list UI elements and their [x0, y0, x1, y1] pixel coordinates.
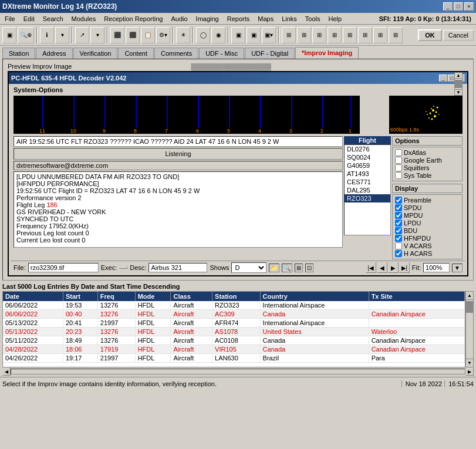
- flight-item-rzo323[interactable]: RZO323: [345, 194, 390, 202]
- toolbar-btn-7[interactable]: ⬛: [110, 27, 124, 43]
- toolbar-btn-6[interactable]: ▾: [90, 27, 104, 43]
- fit-dropdown-btn[interactable]: ▼: [452, 264, 463, 272]
- toolbar-btn-18[interactable]: ⊞: [297, 27, 311, 43]
- toolbar-btn-5[interactable]: ↗: [75, 27, 89, 43]
- menu-modules[interactable]: Modules: [68, 14, 100, 23]
- toolbar-btn-13[interactable]: ◉: [211, 27, 225, 43]
- option-google-earth-checkbox[interactable]: [395, 157, 402, 164]
- toolbar-btn-12[interactable]: ◯: [196, 27, 210, 43]
- flight-item-dl0276[interactable]: DL0276: [345, 145, 390, 153]
- tab-content[interactable]: Content: [118, 48, 154, 59]
- display-mpdu-checkbox[interactable]: [395, 212, 402, 219]
- maximize-btn[interactable]: □: [454, 2, 463, 11]
- toolbar-btn-8[interactable]: ⬛: [126, 27, 140, 43]
- log-scroll-down[interactable]: ▼: [466, 359, 473, 367]
- fit-input[interactable]: [423, 263, 450, 272]
- shows-icon-btn-2[interactable]: 🔍: [282, 264, 292, 272]
- menu-audio[interactable]: Audio: [167, 14, 191, 23]
- shows-dropdown[interactable]: D: [231, 262, 266, 273]
- display-preamble-checkbox[interactable]: [395, 197, 402, 204]
- toolbar-btn-15[interactable]: ▣: [247, 27, 261, 43]
- toolbar-btn-23[interactable]: ⊞: [373, 27, 387, 43]
- tab-udf-misc[interactable]: UDF - Misc: [199, 48, 244, 59]
- display-bdu-checkbox[interactable]: [395, 227, 402, 234]
- display-spdu-checkbox[interactable]: [395, 204, 402, 211]
- desc-input[interactable]: [148, 263, 207, 272]
- flight-item-at1493[interactable]: AT1493: [345, 170, 390, 178]
- display-lpdu-checkbox[interactable]: [395, 220, 402, 227]
- flight-item-g40659[interactable]: G40659: [345, 161, 390, 170]
- close-btn[interactable]: ×: [464, 2, 474, 11]
- shows-icon-btn-3[interactable]: ⊞: [295, 264, 303, 272]
- log-row-1[interactable]: 06/06/202200:4013276HFDLAircraftAC309Can…: [3, 310, 465, 319]
- scroll-down-btn[interactable]: ▼: [455, 89, 462, 95]
- waterfall-scrollbar[interactable]: ▲ ▼: [454, 72, 463, 96]
- tab-improv-imaging[interactable]: *Improv Imaging: [295, 47, 359, 59]
- menu-maps[interactable]: Maps: [254, 14, 277, 23]
- nav-next-btn[interactable]: ▶|: [399, 262, 410, 273]
- tab-address[interactable]: Address: [36, 48, 72, 59]
- toolbar-btn-9[interactable]: 📋: [141, 27, 155, 43]
- log-scrollbar[interactable]: ▲ ▼: [465, 291, 474, 367]
- tab-station[interactable]: Station: [2, 48, 35, 59]
- toolbar-btn-16[interactable]: ▣▾: [262, 27, 276, 43]
- menu-imaging[interactable]: Imaging: [193, 14, 222, 23]
- display-hacars-checkbox[interactable]: [395, 250, 402, 257]
- inner-minimize-btn[interactable]: _: [439, 75, 447, 82]
- toolbar-btn-2[interactable]: 🔍⊕: [18, 27, 34, 43]
- toolbar-btn-11[interactable]: ☀: [176, 27, 190, 43]
- toolbar-btn-14[interactable]: ▣: [231, 27, 245, 43]
- log-row-6[interactable]: 04/26/202219:1721997HFDLAircraftLAN630Br…: [3, 354, 465, 363]
- log-row-0[interactable]: 06/06/202219:5313276HFDLAircraftRZO323In…: [3, 301, 465, 310]
- log-scroll-up[interactable]: ▲: [466, 292, 473, 300]
- scroll-up-btn[interactable]: ▲: [455, 73, 462, 79]
- shows-icon-btn-4[interactable]: ⊡: [305, 264, 313, 272]
- tab-verification[interactable]: Verification: [73, 48, 118, 59]
- toolbar-btn-17[interactable]: ⊞: [282, 27, 296, 43]
- menu-tools[interactable]: Tools: [302, 14, 324, 23]
- log-table-container[interactable]: Date Start Freq Mode Class Station Count…: [2, 291, 465, 367]
- minimize-btn[interactable]: _: [443, 2, 453, 11]
- toolbar-btn-20[interactable]: ⊞: [328, 27, 342, 43]
- toolbar-btn-4[interactable]: ▾: [55, 27, 69, 43]
- tab-udf-digital[interactable]: UDF - Digital: [245, 48, 295, 59]
- menu-search[interactable]: Search: [39, 14, 67, 23]
- file-input[interactable]: [28, 263, 99, 272]
- display-hfnpdu-checkbox[interactable]: [395, 235, 402, 242]
- toolbar-btn-3[interactable]: ℹ: [40, 27, 54, 43]
- flight-item-dal295[interactable]: DAL295: [345, 186, 390, 194]
- display-vacars-checkbox[interactable]: [395, 242, 402, 249]
- log-row-5[interactable]: 04/28/202218:0617919HFDLAircraftVIR105Ca…: [3, 345, 465, 354]
- menu-edit[interactable]: Edit: [20, 14, 38, 23]
- exec-button[interactable]: [119, 266, 127, 269]
- flight-item-ces771[interactable]: CES771: [345, 178, 390, 186]
- menu-file[interactable]: File: [1, 14, 19, 23]
- log-row-4[interactable]: 05/11/202218:4913276HFDLAircraftAC0108Ca…: [3, 336, 465, 345]
- toolbar-btn-1[interactable]: ▣: [2, 27, 16, 43]
- toolbar-btn-24[interactable]: ⊞: [389, 27, 403, 43]
- menu-reports[interactable]: Reports: [224, 14, 254, 23]
- log-scroll-thumb[interactable]: [466, 301, 473, 313]
- toolbar-btn-21[interactable]: ⊞: [343, 27, 357, 43]
- tab-comments[interactable]: Comments: [154, 48, 198, 59]
- ok-button[interactable]: OK: [418, 29, 442, 41]
- option-dxatlas-checkbox[interactable]: [395, 149, 402, 156]
- nav-first-btn[interactable]: |◀: [366, 262, 376, 273]
- option-squitters-checkbox[interactable]: [395, 164, 402, 171]
- nav-prev-btn[interactable]: ◀: [377, 262, 387, 273]
- scroll-thumb[interactable]: [455, 80, 462, 88]
- hscroll-left-btn[interactable]: ◀: [2, 367, 11, 376]
- nav-play-btn[interactable]: ▶: [388, 262, 399, 273]
- cancel-button[interactable]: Cancel: [443, 30, 474, 40]
- shows-icon-btn-1[interactable]: 📁: [269, 264, 279, 272]
- toolbar-btn-22[interactable]: ⊞: [358, 27, 372, 43]
- flight-item-sq0024[interactable]: SQ0024: [345, 153, 390, 161]
- menu-links[interactable]: Links: [278, 14, 301, 23]
- menu-help[interactable]: Help: [325, 14, 346, 23]
- log-row-3[interactable]: 05/13/202220:2313276HFDLAircraftAS1078Un…: [3, 328, 465, 336]
- option-sys-table-checkbox[interactable]: [395, 172, 402, 179]
- menu-reception[interactable]: Reception Reporting: [100, 14, 166, 23]
- log-row-2[interactable]: 05/13/202220:4121997HFDLAircraftAFR474In…: [3, 319, 465, 328]
- toolbar-btn-19[interactable]: ⊞: [312, 27, 326, 43]
- hscroll-right-btn[interactable]: ▶: [465, 367, 474, 376]
